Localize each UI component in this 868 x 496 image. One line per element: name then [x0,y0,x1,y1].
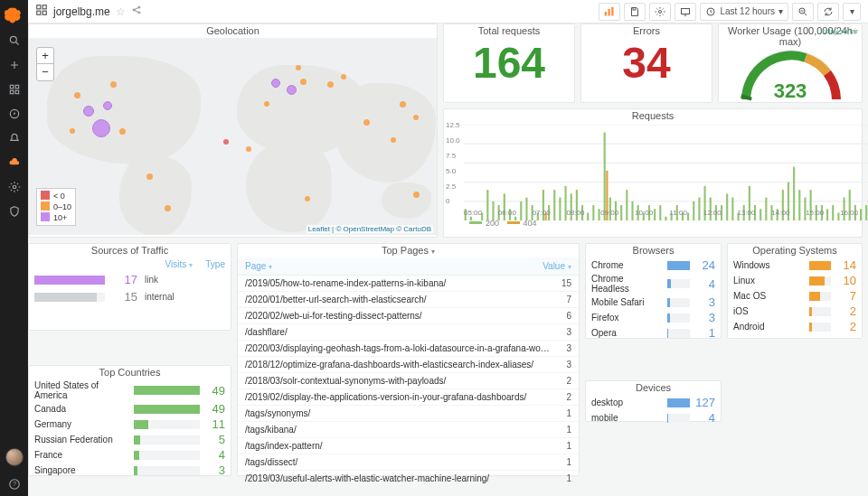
svg-rect-18 [609,9,610,16]
column-value[interactable]: Value [542,261,571,271]
dashboard-title[interactable]: jorgelbg.me [53,5,110,18]
table-row[interactable]: desktop127 [586,395,721,410]
table-row[interactable]: /dashflare/3 [238,324,579,341]
panel-title: Operating Systems [728,244,862,257]
table-row[interactable]: /tags/kibana/1 [238,422,579,438]
shield-icon[interactable] [0,199,28,223]
table-row[interactable]: Singapore3 [29,463,231,478]
column-type[interactable]: Type [205,259,225,269]
map[interactable]: + − < 0 0–10 10+ Leaflet | © OpenStreetM… [29,38,437,235]
zoom-in-button[interactable]: + [37,48,53,64]
alerting-icon[interactable] [0,126,28,150]
top-bar: jorgelbg.me ☆ Last 12 hours ▾ ▾ [28,0,868,23]
time-range-picker[interactable]: Last 12 hours ▾ [700,3,788,21]
svg-text:?: ? [13,481,16,487]
save-button[interactable] [624,3,646,21]
column-page[interactable]: Page [245,261,272,271]
share-icon[interactable] [131,5,142,18]
column-visits[interactable]: Visits [165,259,193,269]
table-header[interactable]: Visits Type [29,257,231,271]
cloud-icon[interactable] [0,150,28,174]
table-row[interactable]: /2019/05/how-to-rename-index-patterns-in… [238,276,579,292]
table-row[interactable]: /2018/03/solr-contextual-synonyms-with-p… [238,373,579,389]
zoom-out-button[interactable] [792,3,814,21]
table-row[interactable]: iOS2 [728,304,862,319]
avatar[interactable] [5,448,24,466]
map-zoom-controls: + − [36,47,54,81]
svg-point-14 [133,9,135,11]
panel-top-pages: Top Pages Page Value /2019/05/how-to-ren… [237,243,580,476]
gauge: 323 [719,49,862,108]
panel-title: Total requests [444,24,574,38]
table-row[interactable]: /tags/dissect/1 [238,454,579,471]
svg-rect-2 [10,85,14,89]
requests-bars [464,125,868,220]
settings-button[interactable] [649,3,671,21]
svg-rect-3 [15,85,19,89]
table-row[interactable]: Windows14 [728,257,862,273]
dashboard-body: Geolocation [28,23,868,496]
svg-rect-56 [604,132,606,220]
table-row[interactable]: France4 [29,447,231,463]
star-icon[interactable]: ☆ [116,5,126,18]
dashboard-list-icon[interactable] [35,4,48,19]
table-row[interactable]: /tags/index-pattern/1 [238,438,579,454]
stat-value: 164 [444,42,574,85]
dashboards-icon[interactable] [0,77,28,101]
table-row[interactable]: Russian Federation5 [29,432,231,447]
svg-rect-20 [633,7,636,10]
refresh-interval-picker[interactable]: ▾ [843,3,861,21]
table-row[interactable]: Android2 [728,319,862,334]
table-row[interactable]: 15internal [29,288,231,305]
explore-icon[interactable] [0,101,28,126]
svg-line-1 [15,42,18,44]
table-row[interactable]: 17link [29,271,231,288]
stat-value: 34 [581,42,712,85]
table-row[interactable]: Opera1 [586,325,721,341]
refresh-button[interactable] [817,3,839,21]
zoom-out-button[interactable]: − [37,64,53,80]
panel-title[interactable]: Top Pages [238,244,579,257]
svg-rect-22 [682,8,690,14]
svg-rect-103 [860,209,862,220]
panel-geolocation: Geolocation [28,23,438,238]
search-icon[interactable] [0,28,28,52]
svg-rect-13 [42,11,46,14]
svg-rect-17 [605,12,607,16]
table-row[interactable]: Mac OS7 [728,288,862,304]
table-row[interactable]: mobile4 [586,410,721,426]
table-row[interactable]: Canada49 [29,401,231,416]
tv-mode-button[interactable] [675,3,696,21]
table-row[interactable]: /2020/01/better-url-search-with-elastics… [238,292,579,308]
table-row[interactable]: /2019/02/display-the-applications-versio… [238,389,579,406]
table-row[interactable]: /2020/03/displaying-geohash-tags-from-a-… [238,341,579,357]
table-row[interactable]: /2019/03/useful-alerts-with-elastic-watc… [238,471,579,487]
panel-title: Top Countries [29,366,231,379]
table-row[interactable]: United States of America49 [29,379,231,401]
table-row[interactable]: /tags/synonyms/1 [238,406,579,422]
panel-devices: Devices desktop127mobile4 [585,380,722,422]
svg-point-16 [138,12,140,14]
table-row[interactable]: Chrome24 [586,257,721,273]
table-row[interactable]: /2020/02/web-ui-for-testing-dissect-patt… [238,308,579,324]
add-panel-button[interactable] [599,3,620,21]
svg-rect-11 [42,5,46,9]
table-row[interactable]: Chrome Headless4 [586,273,721,295]
create-icon[interactable] [0,52,28,77]
time-range-label: Last 12 hours [720,6,775,16]
requests-plot[interactable]: 12.5 10.0 7.5 5.0 2.5 0 05:0006:0007:000… [444,123,862,219]
panel-requests: Requests 12.5 10.0 7.5 5.0 2.5 0 05:0006… [443,108,863,238]
panel-top-countries: Top Countries United States of America49… [28,365,231,476]
table-row[interactable]: Mobile Safari3 [586,295,721,310]
gauge-annotation: today so far [820,27,858,35]
gauge-value: 323 [719,80,862,103]
table-row[interactable]: /2018/12/optimize-grafana-dashboards-wit… [238,357,579,373]
configuration-icon[interactable] [0,174,28,199]
svg-rect-4 [10,90,14,94]
table-row[interactable]: Firefox3 [586,310,721,325]
help-icon[interactable]: ? [0,472,28,496]
table-row[interactable]: Germany11 [29,416,231,432]
table-row[interactable]: Linux10 [728,273,862,288]
panel-total-requests: Total requests 164 [443,23,575,103]
grafana-logo-icon[interactable] [0,4,28,28]
